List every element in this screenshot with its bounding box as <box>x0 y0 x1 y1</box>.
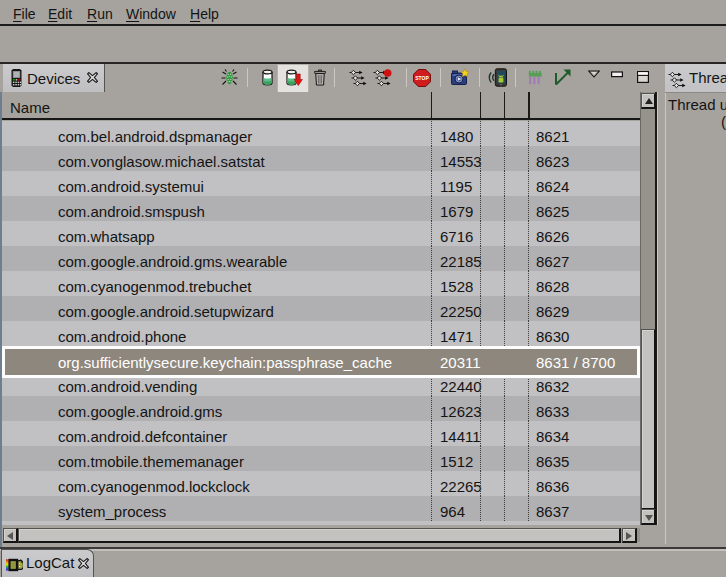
svg-text:STOP: STOP <box>415 75 429 81</box>
